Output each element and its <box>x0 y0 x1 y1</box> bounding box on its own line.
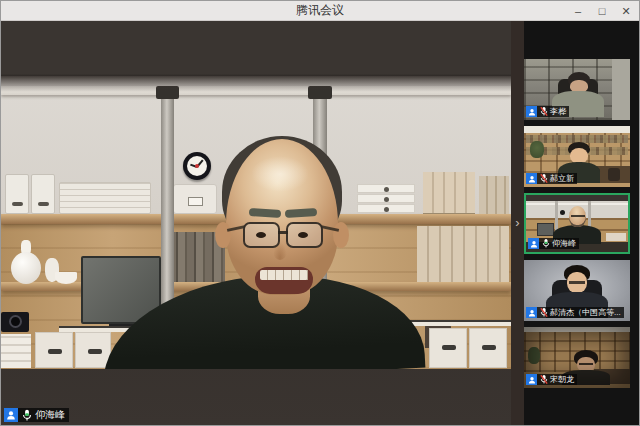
chair <box>608 168 620 181</box>
wall-clock <box>183 152 211 180</box>
clock-center <box>195 164 199 168</box>
person-nose <box>273 242 287 260</box>
participant-tile-active[interactable]: 仰海峰 <box>524 193 630 254</box>
storage-box <box>173 184 217 214</box>
drawer-boxes <box>357 184 415 214</box>
storage-box <box>429 328 467 368</box>
avatar-badge <box>526 106 537 117</box>
participant-name: 郝清杰（中国高等... <box>550 307 621 318</box>
wall-clock <box>560 210 565 215</box>
storage-box <box>35 332 73 368</box>
avatar-badge <box>526 307 537 318</box>
participant-label: 宋朝龙 <box>526 374 577 385</box>
glasses <box>571 215 585 217</box>
maximize-icon[interactable]: □ <box>593 2 611 20</box>
camera <box>1 312 29 332</box>
mic-muted-icon <box>540 106 548 117</box>
drawer <box>357 184 415 193</box>
avatar-badge <box>528 238 539 249</box>
speaker-video-frame <box>1 76 511 369</box>
avatar-badge <box>4 408 18 422</box>
forehead-highlight <box>251 156 309 192</box>
participant-tile[interactable]: 宋朝龙 <box>524 327 630 388</box>
name-chip: 仰海峰 <box>18 408 69 422</box>
glasses <box>569 281 585 284</box>
person-eye <box>298 232 308 238</box>
storage-box <box>469 328 507 368</box>
books <box>417 226 509 282</box>
avatar-person-icon <box>530 240 538 248</box>
participant-tile[interactable]: 李桦 <box>524 59 630 120</box>
participant-label: 仰海峰 <box>528 238 579 249</box>
avatar-badge <box>526 173 537 184</box>
main-speaker-video[interactable]: 仰海峰 <box>1 21 511 426</box>
books <box>479 176 509 214</box>
monitor <box>537 223 554 236</box>
participant-label: 郝清杰（中国高等... <box>526 307 624 318</box>
participant-tile[interactable]: 郝立新 <box>524 126 630 187</box>
participant-label: 李桦 <box>526 106 569 117</box>
file-box <box>31 174 55 214</box>
participant-tile[interactable]: 郝清杰（中国高等... <box>524 260 630 321</box>
vase <box>11 252 41 284</box>
box-label <box>188 197 203 206</box>
close-icon[interactable]: ✕ <box>617 2 635 20</box>
wall-rail <box>526 203 628 205</box>
window-light <box>612 59 630 120</box>
window-controls: – □ ✕ <box>569 1 635 21</box>
person-teeth <box>260 270 308 280</box>
person-ear <box>215 222 231 248</box>
mic-active-icon <box>542 238 550 249</box>
person-eye <box>256 232 266 238</box>
avatar-person-icon <box>528 108 536 116</box>
books <box>423 172 475 214</box>
sidebar-divider: › <box>511 21 524 426</box>
folder-stack <box>59 182 151 214</box>
drawer <box>357 204 415 213</box>
camera-lens <box>9 315 22 328</box>
speaker-name: 仰海峰 <box>35 408 65 422</box>
speaker-name-label: 仰海峰 <box>4 408 69 422</box>
participants-sidebar: 李桦 郝立新 <box>524 21 640 426</box>
participant-name: 仰海峰 <box>552 238 576 249</box>
avatar-person-icon <box>528 309 536 317</box>
avatar-person-icon <box>528 175 536 183</box>
glasses-bridge <box>278 231 288 234</box>
avatar-person-icon <box>6 410 16 420</box>
ceiling <box>524 126 630 133</box>
collapse-sidebar-icon[interactable]: › <box>512 213 523 233</box>
bowl <box>55 272 77 284</box>
person-ear <box>333 222 349 248</box>
participant-name: 宋朝龙 <box>550 374 574 385</box>
avatar-badge <box>526 374 537 385</box>
participant-name: 李桦 <box>550 106 566 117</box>
avatar-person-icon <box>528 376 536 384</box>
titlebar: 腾讯会议 – □ ✕ <box>1 1 639 21</box>
person-mouth <box>255 267 313 294</box>
mic-active-icon <box>22 409 32 422</box>
file-box <box>5 174 29 214</box>
drawer <box>357 194 415 203</box>
book-stack <box>1 334 31 368</box>
participant-name: 郝立新 <box>550 173 574 184</box>
participant-label: 郝立新 <box>526 173 577 184</box>
storage-box <box>606 233 626 241</box>
top-shadow <box>1 76 511 92</box>
plant <box>530 141 544 158</box>
minimize-icon[interactable]: – <box>569 2 587 20</box>
mic-muted-icon <box>540 307 548 318</box>
window-title: 腾讯会议 <box>296 2 344 19</box>
meeting-content: 仰海峰 › 李桦 <box>1 21 640 426</box>
mic-muted-icon <box>540 173 548 184</box>
mic-muted-icon <box>540 374 548 385</box>
meeting-window: 腾讯会议 – □ ✕ <box>0 0 640 426</box>
